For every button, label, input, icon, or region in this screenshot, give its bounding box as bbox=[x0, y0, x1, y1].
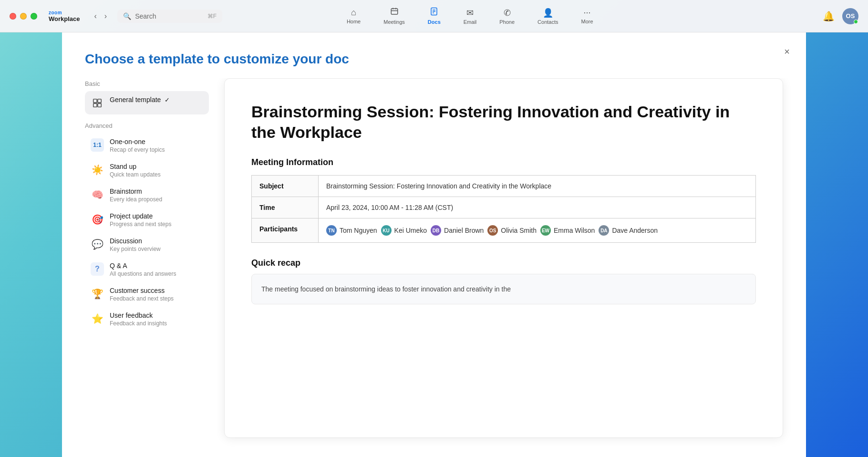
meetings-icon bbox=[390, 7, 399, 18]
subject-label: Subject bbox=[252, 176, 319, 197]
standup-icon: ☀️ bbox=[91, 163, 104, 177]
meeting-info-table: Subject Brainstorming Session: Fostering… bbox=[251, 175, 756, 243]
search-icon: 🔍 bbox=[123, 12, 131, 20]
nav-right: 🔔 OS bbox=[823, 8, 858, 24]
tab-docs[interactable]: Docs bbox=[416, 3, 452, 29]
modal-header: Choose a template to customize your doc … bbox=[62, 32, 806, 78]
brainstorm-desc: Every idea proposed bbox=[110, 196, 203, 203]
close-button[interactable]: × bbox=[779, 44, 795, 59]
standup-name: Stand up bbox=[110, 163, 203, 170]
user-feedback-name: User feedback bbox=[110, 312, 203, 319]
project-update-name: Project update bbox=[110, 212, 203, 220]
template-item-user-feedback[interactable]: ⭐ User feedback Feedback and insights bbox=[85, 307, 209, 332]
one-on-one-icon: 1:1 bbox=[91, 138, 104, 152]
email-label: Email bbox=[464, 19, 477, 25]
template-preview: Brainstorming Session: Fostering Innovat… bbox=[224, 78, 783, 438]
tab-email[interactable]: ✉ Email bbox=[452, 4, 488, 29]
main-nav: ⌂ Home Meetings Docs ✉ Email ✆ Phone 👤 C… bbox=[335, 3, 605, 29]
svg-rect-9 bbox=[98, 99, 101, 103]
traffic-lights bbox=[10, 13, 37, 20]
avatar-emma-wilson: EW bbox=[540, 225, 551, 236]
discussion-icon: 💬 bbox=[91, 238, 104, 251]
notification-bell-icon[interactable]: 🔔 bbox=[823, 10, 835, 22]
tab-more[interactable]: ··· More bbox=[570, 4, 605, 28]
minimize-traffic-light[interactable] bbox=[20, 13, 27, 20]
discussion-info: Discussion Key points overview bbox=[110, 237, 203, 252]
template-item-one-on-one[interactable]: 1:1 One-on-one Recap of every topics bbox=[85, 133, 209, 158]
template-item-general[interactable]: General template ✓ bbox=[85, 91, 209, 114]
time-label: Time bbox=[252, 197, 319, 218]
customer-success-name: Customer success bbox=[110, 287, 203, 294]
search-label: Search bbox=[135, 12, 204, 20]
avatar-olivia-smith: OS bbox=[487, 225, 498, 236]
avatar-daniel-brown: DB bbox=[431, 225, 441, 236]
name-olivia-smith: Olivia Smith bbox=[501, 227, 537, 234]
participants-list: TN Tom Nguyen KU Kei Umeko DB Daniel Bro… bbox=[326, 225, 748, 236]
nav-arrows: ‹ › bbox=[92, 10, 110, 22]
online-status-dot bbox=[854, 20, 858, 24]
customer-success-icon: 🏆 bbox=[91, 287, 104, 301]
project-update-desc: Progress and next steps bbox=[110, 221, 203, 228]
general-template-info: General template ✓ bbox=[110, 96, 203, 104]
time-value: April 23, 2024, 10:00 AM - 11:28 AM (CST… bbox=[319, 197, 756, 218]
template-sidebar: Basic General template ✓ Advanced 1:1 bbox=[85, 78, 209, 438]
one-on-one-desc: Recap of every topics bbox=[110, 146, 203, 153]
template-item-standup[interactable]: ☀️ Stand up Quick team updates bbox=[85, 158, 209, 183]
avatar-dave-anderson: DA bbox=[599, 225, 609, 236]
participant-tom-nguyen: TN Tom Nguyen bbox=[326, 225, 377, 236]
contacts-label: Contacts bbox=[537, 19, 558, 25]
customer-success-info: Customer success Feedback and next steps bbox=[110, 287, 203, 302]
general-template-icon bbox=[91, 96, 104, 110]
docs-label: Docs bbox=[428, 19, 441, 25]
fullscreen-traffic-light[interactable] bbox=[31, 13, 37, 20]
quick-recap-heading: Quick recap bbox=[251, 258, 756, 268]
table-row-time: Time April 23, 2024, 10:00 AM - 11:28 AM… bbox=[252, 197, 756, 218]
tab-phone[interactable]: ✆ Phone bbox=[488, 4, 526, 29]
participant-daniel-brown: DB Daniel Brown bbox=[431, 225, 484, 236]
tab-home[interactable]: ⌂ Home bbox=[335, 4, 372, 28]
svg-rect-0 bbox=[391, 9, 398, 14]
brainstorm-icon: 🧠 bbox=[91, 188, 104, 201]
more-icon: ··· bbox=[584, 8, 591, 18]
name-daniel-brown: Daniel Brown bbox=[444, 227, 484, 234]
customer-success-desc: Feedback and next steps bbox=[110, 295, 203, 302]
tab-meetings[interactable]: Meetings bbox=[372, 3, 416, 29]
tab-contacts[interactable]: 👤 Contacts bbox=[526, 4, 569, 29]
general-template-name: General template ✓ bbox=[110, 96, 203, 104]
template-item-brainstorm[interactable]: 🧠 Brainstorm Every idea proposed bbox=[85, 183, 209, 208]
back-button[interactable]: ‹ bbox=[92, 10, 100, 22]
svg-rect-10 bbox=[93, 104, 97, 107]
qa-desc: All questions and answers bbox=[110, 270, 203, 277]
template-item-project-update[interactable]: 🎯 Project update Progress and next steps bbox=[85, 208, 209, 232]
template-item-qa[interactable]: ? Q & A All questions and answers bbox=[85, 257, 209, 282]
recap-content: The meeting focused on brainstorming ide… bbox=[251, 274, 756, 304]
participant-dave-anderson: DA Dave Anderson bbox=[599, 225, 658, 236]
one-on-one-name: One-on-one bbox=[110, 138, 203, 145]
user-feedback-info: User feedback Feedback and insights bbox=[110, 312, 203, 327]
project-update-icon: 🎯 bbox=[91, 213, 104, 226]
advanced-section-label: Advanced bbox=[85, 122, 209, 129]
home-icon: ⌂ bbox=[351, 8, 356, 18]
discussion-desc: Key points overview bbox=[110, 246, 203, 252]
template-item-customer-success[interactable]: 🏆 Customer success Feedback and next ste… bbox=[85, 282, 209, 307]
svg-rect-8 bbox=[93, 99, 97, 103]
home-label: Home bbox=[347, 19, 361, 24]
brainstorm-info: Brainstorm Every idea proposed bbox=[110, 187, 203, 203]
subject-value: Brainstorming Session: Fostering Innovat… bbox=[319, 176, 756, 197]
close-traffic-light[interactable] bbox=[10, 13, 16, 20]
participants-value: TN Tom Nguyen KU Kei Umeko DB Daniel Bro… bbox=[319, 218, 756, 243]
docs-icon bbox=[430, 7, 438, 18]
template-item-discussion[interactable]: 💬 Discussion Key points overview bbox=[85, 232, 209, 257]
name-dave-anderson: Dave Anderson bbox=[612, 227, 658, 234]
search-shortcut: ⌘F bbox=[207, 13, 217, 20]
search-bar[interactable]: 🔍 Search ⌘F bbox=[117, 10, 222, 23]
participant-kei-umeko: KU Kei Umeko bbox=[381, 225, 427, 236]
basic-section-label: Basic bbox=[85, 80, 209, 87]
email-icon: ✉ bbox=[466, 8, 474, 18]
forward-button[interactable]: › bbox=[102, 10, 110, 22]
table-row-participants: Participants TN Tom Nguyen KU Kei Umeko bbox=[252, 218, 756, 243]
user-avatar[interactable]: OS bbox=[842, 8, 858, 24]
brainstorm-name: Brainstorm bbox=[110, 187, 203, 195]
modal-title: Choose a template to customize your doc bbox=[85, 52, 783, 67]
qa-name: Q & A bbox=[110, 262, 203, 270]
